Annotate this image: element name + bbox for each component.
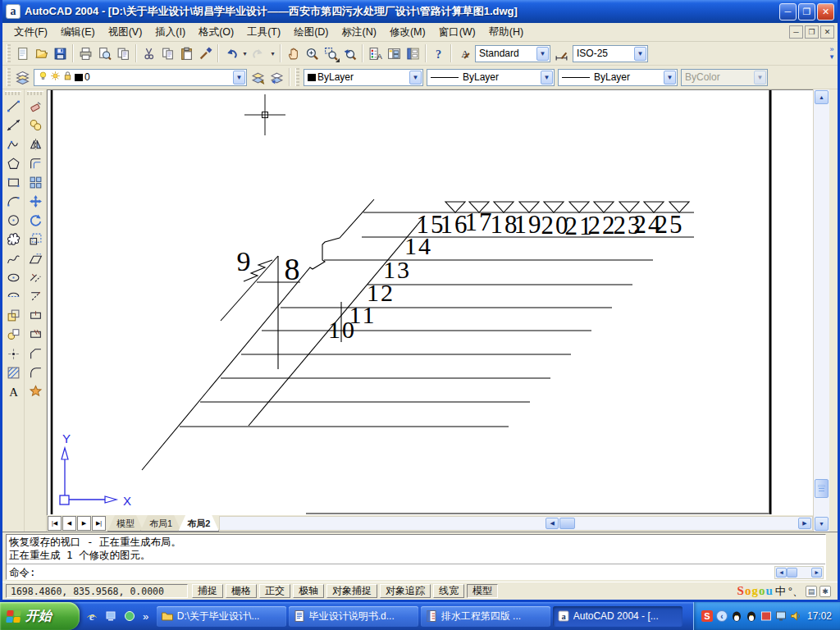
save-button[interactable] xyxy=(51,44,70,63)
status-toggle-捕捉[interactable]: 捕捉 xyxy=(192,584,223,598)
mdi-minimize-button[interactable]: ─ xyxy=(789,25,803,39)
open-button[interactable] xyxy=(32,44,51,63)
trim-button[interactable] xyxy=(25,268,45,287)
dim-style-combo[interactable]: ISO-25▼ xyxy=(573,45,648,62)
cmd-scroll-thumb[interactable] xyxy=(787,568,797,578)
command-history[interactable]: 恢复缓存的视口 - 正在重生成布局。 正在重生成 1 个修改的图元。 xyxy=(7,535,825,564)
start-button[interactable]: 开始 xyxy=(0,602,80,630)
taskbar-task[interactable]: aAutoCAD 2004 - [... xyxy=(553,606,682,627)
hscroll-thumb[interactable] xyxy=(559,518,575,529)
ellipse-arc-button[interactable] xyxy=(3,287,23,306)
stretch-button[interactable] xyxy=(25,249,45,268)
quicklaunch-overflow[interactable]: » xyxy=(141,610,150,623)
ime-tool-0[interactable]: ▤ xyxy=(806,586,817,597)
construction-line-button[interactable] xyxy=(3,116,23,135)
new-button[interactable] xyxy=(13,44,32,63)
drawing-canvas[interactable]: 8910111213141516171819202122232425YX xyxy=(47,89,813,515)
vscroll-down-button[interactable]: ▼ xyxy=(815,517,829,531)
mdi-restore-button[interactable]: ❐ xyxy=(805,25,819,39)
properties-button[interactable]: A xyxy=(366,44,385,63)
taskbar-task[interactable]: 毕业设计说明书.d... xyxy=(289,606,418,627)
tab-布局2[interactable]: 布局2 xyxy=(178,515,219,532)
chevron-down-icon[interactable]: ▼ xyxy=(233,71,245,84)
hscroll-right-button[interactable]: ▶ xyxy=(798,518,811,529)
chevron-down-icon[interactable]: ▼ xyxy=(536,47,549,61)
vertical-scrollbar[interactable]: ▲ ▼ xyxy=(813,89,829,532)
rotate-button[interactable] xyxy=(25,211,45,230)
move-button[interactable] xyxy=(25,192,45,211)
make-block-button[interactable] xyxy=(3,325,23,344)
mtext-button[interactable]: A xyxy=(3,382,23,401)
menu-文件F[interactable]: 文件(F) xyxy=(7,25,54,39)
chevron-down-icon[interactable]: ▼ xyxy=(541,71,553,84)
menu-格式O[interactable]: 格式(O) xyxy=(192,25,240,39)
menu-绘图D[interactable]: 绘图(D) xyxy=(287,25,335,39)
horizontal-scrollbar[interactable]: ◀ ▶ xyxy=(219,516,813,531)
tray-qq-icon[interactable] xyxy=(745,609,758,623)
line-button[interactable] xyxy=(3,97,23,116)
chamfer-button[interactable] xyxy=(25,344,45,363)
explode-button[interactable] xyxy=(25,382,45,401)
arc-button[interactable] xyxy=(3,192,23,211)
erase-button[interactable] xyxy=(25,97,45,116)
menu-窗口W[interactable]: 窗口(W) xyxy=(432,25,482,39)
tray-lang-icon[interactable]: ‹ xyxy=(715,609,728,623)
command-line[interactable]: 命令: ◀ ▶ xyxy=(7,564,825,581)
scale-button[interactable] xyxy=(25,230,45,249)
layer-combo[interactable]: 0▼ xyxy=(34,69,247,86)
status-toggle-模型[interactable]: 模型 xyxy=(467,584,498,598)
text-style-button[interactable]: A xyxy=(454,44,473,63)
menu-帮助H[interactable]: 帮助(H) xyxy=(482,25,530,39)
help-button[interactable]: ? xyxy=(429,44,448,63)
polygon-button[interactable] xyxy=(3,154,23,173)
ql3-quicklaunch[interactable] xyxy=(122,609,137,623)
pan-button[interactable] xyxy=(284,44,303,63)
menu-编辑E[interactable]: 编辑(E) xyxy=(54,25,102,39)
tray-qq-icon[interactable] xyxy=(730,609,743,623)
menu-工具T[interactable]: 工具(T) xyxy=(240,25,287,39)
match-properties-button[interactable] xyxy=(196,44,215,63)
sogou-ime-bar[interactable]: Sogou中°、▤✱ xyxy=(737,582,831,600)
status-toggle-线宽[interactable]: 线宽 xyxy=(433,584,464,598)
mdi-close-button[interactable]: ✕ xyxy=(820,25,834,39)
ql2-quicklaunch[interactable] xyxy=(103,609,118,623)
extend-button[interactable] xyxy=(25,287,45,306)
tray-display-icon[interactable] xyxy=(774,609,788,623)
cut-button[interactable] xyxy=(139,44,158,63)
tab-nav-1[interactable]: ◀ xyxy=(62,516,76,531)
mirror-button[interactable] xyxy=(25,135,45,153)
point-button[interactable] xyxy=(3,344,23,363)
status-toggle-极轴[interactable]: 极轴 xyxy=(293,584,324,598)
dropdown-arrow[interactable]: ▾ xyxy=(268,44,277,63)
hscroll-left-button[interactable]: ◀ xyxy=(546,518,559,529)
plot-preview-button[interactable] xyxy=(95,44,114,63)
taskbar-task[interactable]: 排水工程第四版 ... xyxy=(421,606,550,627)
status-toggle-对象捕捉[interactable]: 对象捕捉 xyxy=(326,584,377,598)
tray-volume-icon[interactable] xyxy=(789,609,802,623)
undo-button[interactable] xyxy=(221,44,240,63)
rectangle-button[interactable] xyxy=(3,173,23,192)
tray-book-icon[interactable] xyxy=(760,609,773,623)
layers-manager-button[interactable] xyxy=(13,68,32,87)
toolbar-overflow-button[interactable]: »▾ xyxy=(828,46,836,61)
polyline-button[interactable] xyxy=(3,135,23,153)
chevron-down-icon[interactable]: ▼ xyxy=(664,71,676,84)
break-at-point-button[interactable] xyxy=(25,306,45,325)
fillet-button[interactable] xyxy=(25,363,45,382)
taskbar-task[interactable]: D:\关于毕业设计\... xyxy=(157,606,286,627)
copy-clip-button[interactable] xyxy=(158,44,177,63)
zoom-previous-button[interactable] xyxy=(340,44,359,63)
linetype-combo[interactable]: ByLayer▼ xyxy=(427,69,555,86)
ime-tool-1[interactable]: ✱ xyxy=(819,586,831,597)
hatch-button[interactable] xyxy=(3,363,23,382)
lineweight-combo[interactable]: ByLayer▼ xyxy=(558,69,678,86)
make-object-layer-current-button[interactable] xyxy=(249,68,267,87)
dim-style-button[interactable] xyxy=(552,44,571,63)
break-button[interactable] xyxy=(25,325,45,344)
offset-button[interactable] xyxy=(25,154,45,173)
tab-nav-0[interactable]: |◀ xyxy=(48,516,62,531)
chevron-down-icon[interactable]: ▼ xyxy=(754,71,766,84)
ie-quicklaunch[interactable]: e xyxy=(84,609,99,623)
chevron-down-icon[interactable]: ▼ xyxy=(409,71,422,84)
tab-模型[interactable]: 模型 xyxy=(107,515,144,532)
